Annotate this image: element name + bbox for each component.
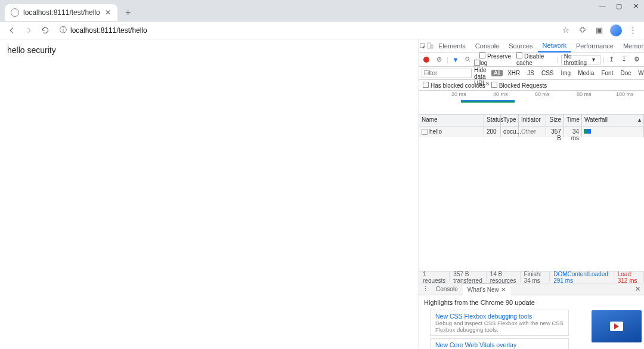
filter-img[interactable]: Img — [558, 70, 573, 76]
tab-performance[interactable]: Performance — [571, 39, 618, 52]
network-toolbar: ⊘ | ▼ | Preserve log Disable cache | No … — [419, 52, 644, 67]
network-status-bar: 1 requests 357 B transferred 14 B resour… — [419, 271, 644, 283]
reading-list-icon[interactable]: ▣ — [593, 24, 606, 37]
blocked-cookies-checkbox[interactable]: Has blocked cookies — [423, 82, 485, 89]
filter-font[interactable]: Font — [599, 70, 615, 76]
window-close[interactable]: ✕ — [627, 0, 644, 12]
col-size[interactable]: Size — [546, 115, 564, 126]
tick-label: 100 ms — [616, 91, 634, 97]
tab-title: localhost:8111/test/hello — [23, 8, 100, 17]
devtools-tabs: Elements Console Sources Network Perform… — [419, 39, 644, 52]
page-body-text: hello security — [7, 45, 56, 55]
timeline-overview[interactable]: 20 ms 40 ms 60 ms 80 ms 100 ms — [419, 91, 644, 115]
file-icon — [422, 129, 428, 135]
page-content: hello security — [0, 39, 419, 349]
tick-label: 20 ms — [451, 91, 466, 97]
col-waterfall[interactable]: Waterfall▴ — [582, 115, 644, 126]
tick-label: 40 ms — [493, 91, 508, 97]
filter-input[interactable] — [422, 69, 472, 78]
col-status[interactable]: Status — [484, 115, 501, 126]
new-tab-button[interactable]: + — [121, 5, 135, 20]
browser-tab-bar: localhost:8111/test/hello ✕ + — [0, 0, 644, 21]
separator: | — [447, 56, 448, 63]
upload-icon[interactable]: ↥ — [607, 54, 617, 66]
col-time[interactable]: Time — [564, 115, 582, 126]
search-icon[interactable] — [463, 54, 473, 66]
tick-label: 80 ms — [577, 91, 592, 97]
filter-css[interactable]: CSS — [539, 70, 556, 76]
status-resources: 14 B resources — [487, 271, 521, 284]
site-info-icon[interactable]: ⓘ — [60, 25, 67, 35]
devtools-panel: Elements Console Sources Network Perform… — [419, 39, 644, 349]
url-text: localhost:8111/test/hello — [70, 26, 147, 35]
filter-bar: Hide data URLs All XHR JS CSS Img Media … — [419, 67, 644, 80]
disable-cache-checkbox[interactable]: Disable cache — [516, 52, 555, 66]
tab-memory[interactable]: Memory — [618, 39, 644, 52]
browser-menu-icon[interactable]: ⋮ — [626, 24, 639, 37]
svg-point-3 — [466, 57, 469, 61]
separator: | — [603, 56, 605, 63]
back-button[interactable] — [5, 23, 19, 38]
favicon-icon — [11, 8, 19, 17]
svg-rect-2 — [431, 45, 433, 48]
svg-rect-1 — [428, 43, 431, 48]
profile-avatar[interactable] — [609, 24, 623, 37]
separator: | — [557, 56, 559, 63]
whatsnew-item[interactable]: New CSS Flexbox debugging tools Debug an… — [430, 310, 569, 336]
request-row[interactable]: hello 200 docu... Other 357 B 34 ms — [419, 126, 644, 137]
whatsnew-heading: Highlights from the Chrome 90 update — [424, 299, 640, 306]
address-bar[interactable]: ⓘ localhost:8111/test/hello — [55, 24, 557, 37]
blocked-requests-checkbox[interactable]: Blocked Requests — [491, 82, 547, 89]
filter-xhr[interactable]: XHR — [505, 70, 522, 76]
device-icon[interactable] — [426, 40, 434, 52]
drawer-tab-console[interactable]: Console — [431, 283, 463, 295]
browser-tab[interactable]: localhost:8111/test/hello ✕ — [5, 4, 117, 21]
filter-ws[interactable]: WS — [636, 70, 644, 76]
tab-network[interactable]: Network — [538, 39, 571, 52]
whatsnew-item[interactable]: New Core Web Vitals overlay Visualize pa… — [430, 338, 569, 349]
tab-console[interactable]: Console — [470, 39, 504, 52]
status-transferred: 357 B transferred — [450, 271, 486, 284]
filter-options: Has blocked cookies Blocked Requests — [419, 80, 644, 91]
tab-sources[interactable]: Sources — [504, 39, 537, 52]
close-icon[interactable]: ✕ — [501, 286, 506, 293]
filter-icon[interactable]: ▼ — [450, 54, 460, 66]
devtools-drawer: ⋮ Console What's New✕ ✕ Highlights from … — [419, 283, 644, 349]
drawer-menu-icon[interactable]: ⋮ — [419, 283, 431, 295]
tick-label: 60 ms — [535, 91, 550, 97]
record-button[interactable] — [422, 54, 432, 66]
filter-doc[interactable]: Doc — [618, 70, 633, 76]
address-bar-row: ⓘ localhost:8111/test/hello ☆ ▣ ⋮ — [0, 21, 644, 39]
extensions-icon[interactable] — [576, 24, 589, 37]
window-maximize[interactable]: ▢ — [611, 0, 627, 12]
drawer-close-icon[interactable]: ✕ — [631, 285, 644, 293]
tab-elements[interactable]: Elements — [434, 39, 470, 52]
status-dcl: DOMContentLoaded: 291 ms — [550, 271, 614, 284]
network-table: Name Status Type Initiator Size Time Wat… — [419, 115, 644, 271]
bookmark-star-icon[interactable]: ☆ — [559, 24, 572, 37]
filter-media[interactable]: Media — [575, 70, 596, 76]
filter-all[interactable]: All — [491, 70, 503, 76]
status-load: Load: 312 ms — [614, 271, 644, 284]
forward-button[interactable] — [21, 23, 36, 38]
network-settings-icon[interactable]: ⚙ — [631, 54, 642, 66]
reload-button[interactable] — [38, 23, 52, 38]
timeline-bar — [461, 101, 515, 103]
status-finish: Finish: 34 ms — [521, 271, 550, 284]
download-icon[interactable]: ↧ — [619, 54, 629, 66]
col-initiator[interactable]: Initiator — [519, 115, 546, 126]
col-name[interactable]: Name — [419, 115, 484, 126]
status-requests: 1 requests — [419, 271, 450, 284]
clear-icon[interactable]: ⊘ — [434, 54, 444, 66]
drawer-tab-whatsnew[interactable]: What's New✕ — [463, 283, 510, 295]
col-type[interactable]: Type — [501, 115, 519, 126]
filter-js[interactable]: JS — [525, 70, 537, 76]
video-thumbnail[interactable] — [592, 310, 642, 342]
waterfall-bar — [584, 129, 591, 134]
tab-close-icon[interactable]: ✕ — [104, 9, 112, 16]
throttle-select[interactable]: No throttling▾ — [561, 55, 600, 64]
play-icon — [610, 322, 623, 331]
inspect-icon[interactable] — [419, 40, 426, 52]
window-minimize[interactable]: — — [594, 0, 611, 12]
